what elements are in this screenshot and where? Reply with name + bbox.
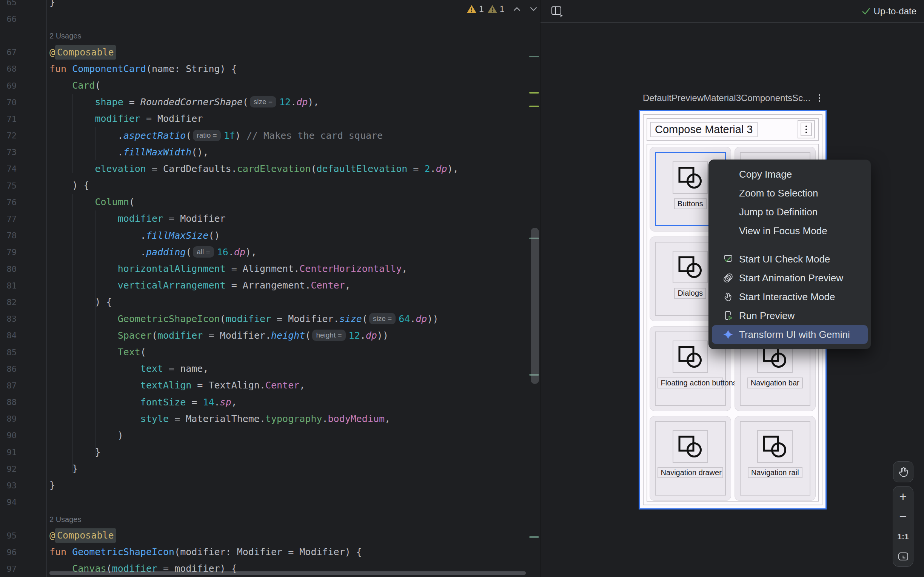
line-number: 81 bbox=[0, 281, 47, 290]
code-row[interactable]: 87 textAlign = TextAlign.Center, bbox=[0, 377, 540, 394]
line-number: 88 bbox=[0, 398, 47, 407]
menu-item-label: Run Preview bbox=[739, 310, 795, 322]
code-line: 2 Usages bbox=[47, 511, 82, 527]
code-row[interactable]: 70 shape = RoundedCornerShape(size =12.d… bbox=[0, 94, 540, 111]
code-row[interactable]: 2 Usages bbox=[0, 27, 540, 44]
code-row[interactable]: 65} bbox=[0, 0, 540, 11]
change-marker bbox=[529, 106, 539, 107]
menu-item-copy-image[interactable]: Copy Image bbox=[712, 165, 868, 184]
usages-inlay[interactable]: 2 Usages bbox=[50, 32, 82, 40]
code-row[interactable]: 75 ) { bbox=[0, 177, 540, 194]
check-icon bbox=[861, 7, 871, 16]
preview-appbar-menu-icon[interactable] bbox=[801, 122, 812, 136]
zoom-out-button[interactable]: − bbox=[893, 506, 913, 527]
line-number: 77 bbox=[0, 214, 47, 224]
grid-view-button[interactable] bbox=[549, 4, 565, 19]
code-row[interactable]: 86 text = name, bbox=[0, 361, 540, 377]
code-row[interactable]: 92 } bbox=[0, 461, 540, 477]
next-problem-button[interactable] bbox=[529, 6, 538, 12]
code-line: textAlign = TextAlign.Center, bbox=[47, 377, 305, 394]
zoom-in-button[interactable]: + bbox=[893, 487, 913, 506]
preview-title-row: DefaultPreviewMaterial3ComponentsSc... bbox=[541, 93, 924, 103]
code-row[interactable]: 68fun ComponentCard(name: String) { bbox=[0, 61, 540, 77]
menu-item-jump-to-definition[interactable]: Jump to Definition bbox=[712, 203, 868, 221]
card-label: Navigation drawer bbox=[657, 467, 723, 478]
line-number: 96 bbox=[0, 548, 47, 557]
code-row[interactable]: 91 } bbox=[0, 444, 540, 461]
previous-problem-button[interactable] bbox=[512, 6, 521, 12]
code-row[interactable]: 76 Column( bbox=[0, 194, 540, 210]
inspection-weak-warning[interactable]: 1 bbox=[487, 4, 505, 15]
menu-item-view-in-focus-mode[interactable]: View in Focus Mode bbox=[712, 221, 868, 240]
line-number: 70 bbox=[0, 98, 47, 107]
card-label: Navigation bar bbox=[747, 377, 803, 388]
inspections-widget[interactable]: 1 1 bbox=[467, 2, 538, 16]
pan-tool-button[interactable] bbox=[893, 461, 913, 482]
horizontal-scrollbar[interactable] bbox=[50, 571, 526, 575]
zoom-to-fit-button[interactable] bbox=[893, 546, 913, 566]
code-line: @Composable bbox=[47, 44, 116, 61]
code-row[interactable]: 81 verticalArrangement = Arrangement.Cen… bbox=[0, 277, 540, 294]
code-line: ) bbox=[47, 427, 123, 444]
menu-item-transform-ui-with-gemini[interactable]: Transform UI with Gemini bbox=[712, 325, 868, 344]
code-row[interactable]: 78 .fillMaxSize() bbox=[0, 227, 540, 244]
usages-inlay[interactable]: 2 Usages bbox=[50, 515, 82, 524]
code-line: .aspectRatio(ratio =1f) // Makes the car… bbox=[47, 127, 383, 144]
code-row[interactable]: 88 fontSize = 14.sp, bbox=[0, 394, 540, 411]
preview-card-navigation-drawer[interactable]: Navigation drawer bbox=[649, 416, 731, 501]
menu-item-start-interactive-mode[interactable]: Start Interactive Mode bbox=[712, 287, 868, 306]
code-line: horizontalAlignment = Alignment.CenterHo… bbox=[47, 261, 407, 277]
geometric-shape-icon bbox=[678, 435, 703, 458]
preview-title-menu-icon[interactable] bbox=[817, 93, 822, 103]
code-line: Text( bbox=[47, 344, 146, 361]
code-row[interactable]: 83 GeometricShapeIcon(modifier = Modifie… bbox=[0, 311, 540, 327]
code-row[interactable]: 82 ) { bbox=[0, 294, 540, 310]
code-row[interactable]: 84 Spacer(modifier = Modifier.height(hei… bbox=[0, 327, 540, 344]
code-row[interactable]: 80 horizontalAlignment = Alignment.Cente… bbox=[0, 261, 540, 277]
menu-item-start-ui-check-mode[interactable]: Start UI Check Mode bbox=[712, 250, 868, 269]
code-row[interactable]: 93} bbox=[0, 477, 540, 494]
line-number: 78 bbox=[0, 231, 47, 240]
code-row[interactable]: 96fun GeometricShapeIcon(modifier: Modif… bbox=[0, 544, 540, 561]
preview-appbar-bounds: Compose Material 3 bbox=[646, 118, 819, 141]
code-line: GeometricShapeIcon(modifier = Modifier.s… bbox=[47, 311, 439, 327]
line-number: 94 bbox=[0, 497, 47, 507]
line-number: 68 bbox=[0, 64, 47, 74]
menu-item-start-animation-preview[interactable]: Start Animation Preview bbox=[712, 269, 868, 287]
code-row[interactable]: 90 ) bbox=[0, 427, 540, 444]
menu-item-run-preview[interactable]: Run Preview bbox=[712, 306, 868, 325]
sync-status: Up-to-date bbox=[861, 6, 916, 16]
code-row[interactable]: 2 Usages bbox=[0, 511, 540, 527]
card-label: Dialogs bbox=[674, 288, 706, 299]
line-number: 91 bbox=[0, 448, 47, 457]
code-row[interactable]: 94 bbox=[0, 494, 540, 511]
code-row[interactable]: 69 Card( bbox=[0, 77, 540, 94]
code-row[interactable]: 89 style = MaterialTheme.typography.body… bbox=[0, 411, 540, 427]
code-row[interactable]: 73 .fillMaxWidth(), bbox=[0, 144, 540, 161]
line-number: 66 bbox=[0, 15, 47, 24]
code-row[interactable]: 77 modifier = Modifier bbox=[0, 210, 540, 227]
inlay-hint-chip: ratio = bbox=[193, 130, 220, 141]
code-row[interactable]: 67@Composable bbox=[0, 44, 540, 61]
menu-item-label: Zoom to Selection bbox=[739, 187, 818, 199]
code-row[interactable]: 71 modifier = Modifier bbox=[0, 111, 540, 127]
preview-title: DefaultPreviewMaterial3ComponentsSc... bbox=[643, 93, 810, 103]
geometric-shape-icon bbox=[678, 345, 703, 368]
code-editor[interactable]: 65}662 Usages67@Composable68fun Componen… bbox=[0, 0, 540, 577]
inspection-warning[interactable]: 1 bbox=[467, 4, 484, 15]
code-row[interactable]: 95@Composable bbox=[0, 527, 540, 544]
vertical-scrollbar[interactable] bbox=[531, 228, 539, 384]
indent-guide bbox=[73, 94, 73, 173]
preview-appbar-action-bounds bbox=[798, 120, 815, 139]
code-row[interactable]: 74 elevation = CardDefaults.cardElevatio… bbox=[0, 161, 540, 177]
icon-bounds bbox=[673, 161, 708, 194]
code-row[interactable]: 66 bbox=[0, 11, 540, 27]
menu-item-zoom-to-selection[interactable]: Zoom to Selection bbox=[712, 184, 868, 203]
inspection-count: 1 bbox=[500, 4, 505, 15]
code-row[interactable]: 79 .padding(all =16.dp), bbox=[0, 244, 540, 261]
preview-card-navigation-rail[interactable]: Navigation rail bbox=[735, 416, 816, 501]
change-marker bbox=[529, 56, 539, 57]
code-row[interactable]: 72 .aspectRatio(ratio =1f) // Makes the … bbox=[0, 127, 540, 144]
code-row[interactable]: 85 Text( bbox=[0, 344, 540, 361]
actual-size-button[interactable]: 1:1 bbox=[893, 527, 913, 546]
